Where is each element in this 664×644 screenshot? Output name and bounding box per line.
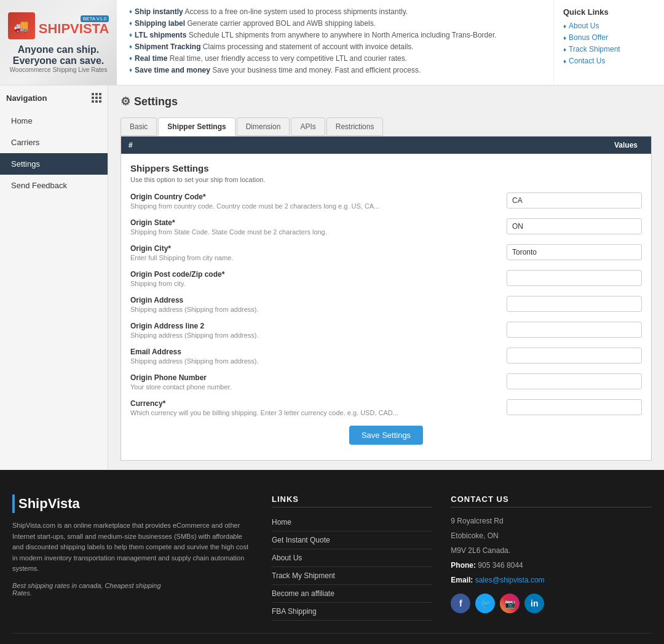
ql-diamond-4: ♦ xyxy=(563,58,566,65)
field-postcode-hint: Shipping from city. xyxy=(130,280,494,287)
footer-link-track[interactable]: Track My Shipment xyxy=(272,567,432,585)
footer-bottom: © 2021 ShipVista.com – Cheapest Shipping… xyxy=(12,633,652,644)
save-button[interactable]: Save Settings xyxy=(349,426,423,445)
field-country-code-input[interactable] xyxy=(507,193,642,209)
tab-restrictions[interactable]: Restrictions xyxy=(326,117,384,136)
field-address2: Origin Address line 2 Shipping address (… xyxy=(130,322,642,339)
gear-icon: ⚙ xyxy=(121,95,130,108)
col-values: Values xyxy=(147,141,644,149)
phone-value: 905 346 8044 xyxy=(478,561,523,570)
page-title: ⚙ Settings xyxy=(121,95,652,108)
sidebar-item-settings[interactable]: Settings xyxy=(0,153,108,175)
field-address2-hint: Shipping address (Shipping from address)… xyxy=(130,332,494,339)
footer-logo-text: ShipVista xyxy=(18,496,80,512)
grid-icon xyxy=(92,93,101,103)
footer-contact-info: 9 Royalcrest Rd Etobicoke, ON M9V 2L6 Ca… xyxy=(451,514,652,587)
facebook-icon[interactable]: f xyxy=(451,594,470,613)
field-phone-input[interactable] xyxy=(507,373,642,389)
ql-diamond-2: ♦ xyxy=(563,34,566,41)
instagram-icon[interactable]: 📷 xyxy=(500,594,520,613)
field-phone: Origin Phone Number Your store contact p… xyxy=(130,373,642,391)
field-country-code-label: Origin Country Code* xyxy=(130,193,494,201)
quicklink-contact[interactable]: ♦ Contact Us xyxy=(563,57,655,65)
field-address-input[interactable] xyxy=(507,296,642,312)
footer-link-home[interactable]: Home xyxy=(272,514,432,531)
field-state-input[interactable] xyxy=(507,218,642,234)
quicklink-bonus-link[interactable]: Bonus Offer xyxy=(569,33,608,42)
table-header: # Values xyxy=(121,137,651,154)
field-city-input[interactable] xyxy=(507,244,642,260)
quicklink-bonus[interactable]: ♦ Bonus Offer xyxy=(563,33,655,42)
tab-apis[interactable]: APIs xyxy=(291,117,325,136)
tagline-main: Anyone can ship. Everyone can save. xyxy=(9,44,108,66)
field-email-input[interactable] xyxy=(507,348,642,364)
footer-contact-title: CONTACT US xyxy=(451,495,652,507)
feature-desc-3: Schedule LTL shipments from anywhere to … xyxy=(189,31,497,39)
footer-tagline1: Best shipping rates in canada, Cheapest … xyxy=(12,582,253,589)
footer-link-affiliate-a[interactable]: Become an affiliate xyxy=(272,589,334,598)
ql-diamond-3: ♦ xyxy=(563,46,566,53)
field-address2-input[interactable] xyxy=(507,322,642,338)
sidebar: Navigation Home Carriers Settings Send F… xyxy=(0,85,108,470)
footer-link-track-a[interactable]: Track My Shipment xyxy=(272,571,335,580)
email-link[interactable]: sales@shipvista.com xyxy=(475,576,545,584)
diamond-icon-5: ♦ xyxy=(129,55,132,62)
address-line2: Etobicoke, ON xyxy=(451,528,652,543)
page-title-text: Settings xyxy=(134,95,178,108)
footer-brand: ShipVista ShipVista.com is an online mar… xyxy=(12,495,253,621)
footer-link-quote[interactable]: Get Instant Quote xyxy=(272,531,432,549)
header-features: ♦ Ship instantly Access to a free on-lin… xyxy=(117,0,553,85)
feature-desc-4: Claims processing and statement of accou… xyxy=(203,42,414,51)
linkedin-icon[interactable]: in xyxy=(524,594,544,613)
diamond-icon-6: ♦ xyxy=(129,66,132,73)
field-address-label: Origin Address xyxy=(130,296,494,304)
field-address-hint: Shipping address (Shipping from address)… xyxy=(130,306,494,313)
footer-link-affiliate[interactable]: Become an affiliate xyxy=(272,585,432,603)
field-address: Origin Address Shipping address (Shippin… xyxy=(130,296,642,313)
ql-diamond-1: ♦ xyxy=(563,23,566,30)
main-layout: Navigation Home Carriers Settings Send F… xyxy=(0,85,664,470)
field-phone-hint: Your store contact phone number. xyxy=(130,383,494,391)
sidebar-header: Navigation xyxy=(0,85,108,110)
footer-links-title: LINKS xyxy=(272,495,432,507)
footer-link-fba[interactable]: FBA Shipping xyxy=(272,603,432,621)
sidebar-item-home[interactable]: Home xyxy=(0,110,108,132)
settings-panel: # Values Shippers Settings Use this opti… xyxy=(121,136,652,461)
footer-top: ShipVista ShipVista.com is an online mar… xyxy=(12,495,652,633)
field-postcode: Origin Post code/Zip code* Shipping from… xyxy=(130,270,642,287)
tab-shipper-settings[interactable]: Shipper Settings xyxy=(158,117,235,136)
diamond-icon-1: ♦ xyxy=(129,8,132,15)
quicklink-track-link[interactable]: Track Shipment xyxy=(569,45,620,54)
field-postcode-input[interactable] xyxy=(507,270,642,286)
quicklinks: Quick Links ♦ About Us ♦ Bonus Offer ♦ T… xyxy=(553,0,664,85)
diamond-icon-3: ♦ xyxy=(129,31,132,38)
footer-link-about-a[interactable]: About Us xyxy=(272,554,302,562)
twitter-icon[interactable]: 🐦 xyxy=(475,594,495,613)
quicklink-track[interactable]: ♦ Track Shipment xyxy=(563,45,655,54)
quicklink-about[interactable]: ♦ About Us xyxy=(563,22,655,30)
field-currency-input[interactable] xyxy=(507,399,642,415)
sidebar-item-feedback[interactable]: Send Feedback xyxy=(0,175,108,196)
field-currency-hint: Which currency will you be billing shipp… xyxy=(130,409,494,416)
footer-link-about[interactable]: About Us xyxy=(272,549,432,567)
footer-link-quote-a[interactable]: Get Instant Quote xyxy=(272,536,330,544)
sidebar-item-carriers[interactable]: Carriers xyxy=(0,132,108,153)
feature-2: ♦ Shipping label Generate carrier approv… xyxy=(129,19,541,28)
content-area: ⚙ Settings Basic Shipper Settings Dimens… xyxy=(108,85,664,470)
footer-description: ShipVista.com is an online marketplace t… xyxy=(12,520,253,574)
tagline-sub: Woocommerce Shipping Live Rates xyxy=(9,66,108,73)
feature-5: ♦ Real time Real time, user friendly acc… xyxy=(129,54,541,63)
field-email-label: Email Address xyxy=(130,348,494,356)
logo-text-block: BETA V1.0 SHIPVISTA xyxy=(39,15,109,36)
header: 🚚 BETA V1.0 SHIPVISTA Anyone can ship. E… xyxy=(0,0,664,85)
footer-link-home-a[interactable]: Home xyxy=(272,518,291,527)
tab-dimension[interactable]: Dimension xyxy=(237,117,290,136)
tab-basic[interactable]: Basic xyxy=(121,117,157,136)
section-title: Shippers Settings xyxy=(130,163,642,173)
footer-contact: CONTACT US 9 Royalcrest Rd Etobicoke, ON… xyxy=(451,495,652,621)
quicklink-about-link[interactable]: About Us xyxy=(569,22,599,30)
quicklink-contact-link[interactable]: Contact Us xyxy=(569,57,605,65)
feature-desc-1: Access to a free on-line system used to … xyxy=(184,7,408,16)
footer-link-fba-a[interactable]: FBA Shipping xyxy=(272,607,317,616)
field-state-hint: Shipping from State Code. State Code mus… xyxy=(130,228,494,236)
